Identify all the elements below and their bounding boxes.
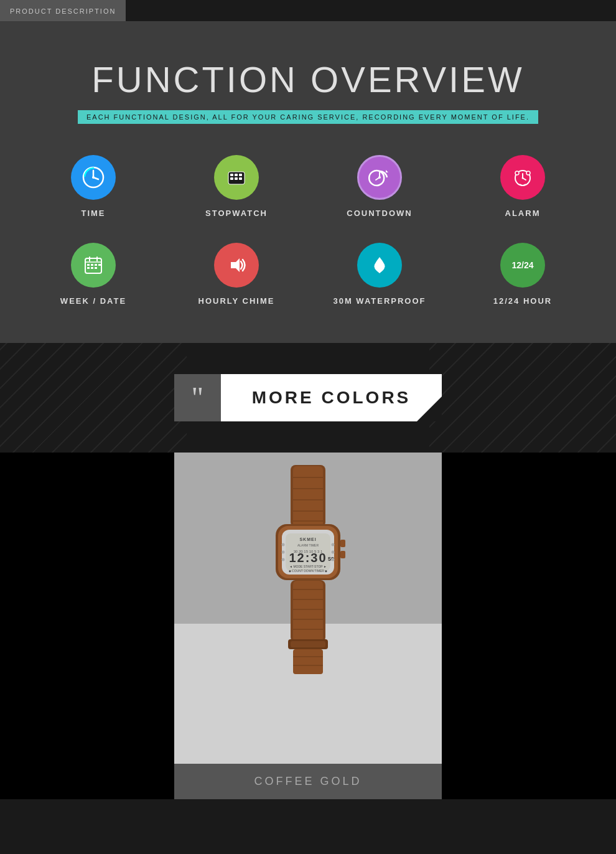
feature-countdown: COUNTDOWN	[314, 155, 445, 218]
alarm-label: ALARM	[505, 209, 541, 218]
svg-point-56	[332, 543, 335, 547]
feature-hourly-chime: HOURLY CHIME	[171, 243, 302, 306]
features-grid: TIME STOPWATCH	[28, 155, 588, 306]
watch-section: SKMEI ALARM TIMER 30 20 15 10 5 3 1 12:3…	[0, 453, 616, 799]
svg-point-54	[282, 551, 285, 554]
svg-marker-14	[386, 170, 388, 172]
svg-rect-60	[293, 581, 323, 642]
feature-waterproof: 30M WATERPROOF	[314, 243, 445, 306]
quote-char: "	[191, 383, 203, 413]
svg-rect-7	[239, 174, 242, 176]
watch-svg: SKMEI ALARM TIMER 30 20 15 10 5 3 1 12:3…	[240, 459, 376, 758]
svg-rect-5	[230, 174, 233, 176]
countdown-label: COUNTDOWN	[347, 209, 412, 218]
waterproof-label: 30M WATERPROOF	[333, 296, 426, 306]
feature-stopwatch: STOPWATCH	[171, 155, 302, 218]
hour-icon: 12/24	[500, 243, 545, 288]
hourly-chime-label: HOURLY CHIME	[198, 296, 275, 306]
feature-time: TIME	[28, 155, 159, 218]
week-date-label: WEEK / DATE	[60, 296, 126, 306]
svg-rect-10	[239, 177, 242, 180]
function-subtitle: EACH FUNCTIONAL DESIGN, ALL FOR YOUR CAR…	[78, 110, 538, 124]
more-colors-banner: " MORE COLORS	[174, 374, 442, 421]
svg-rect-27	[95, 264, 97, 266]
svg-point-55	[282, 558, 285, 561]
header-bar: PRODUCT DESCRIPTION	[0, 0, 126, 21]
svg-line-13	[376, 177, 380, 180]
hourly-chime-icon	[214, 243, 259, 288]
corner-cut	[417, 396, 442, 421]
svg-rect-28	[87, 267, 90, 269]
quote-box: "	[174, 374, 221, 421]
svg-rect-68	[293, 649, 323, 674]
feature-week-date: WEEK / DATE	[28, 243, 159, 306]
svg-rect-9	[235, 177, 238, 180]
svg-text:◄ MODE              START·STOP: ◄ MODE START·STOP ►	[289, 565, 327, 568]
hour-label: 12/24 HOUR	[493, 296, 552, 306]
watch-image-container: SKMEI ALARM TIMER 30 20 15 10 5 3 1 12:3…	[174, 453, 442, 764]
svg-rect-26	[91, 264, 93, 266]
svg-text:SKMEI: SKMEI	[299, 537, 316, 542]
waterproof-icon	[357, 243, 402, 288]
svg-rect-67	[291, 641, 325, 647]
svg-point-19	[515, 171, 519, 175]
svg-rect-34	[293, 466, 323, 527]
svg-text:◆ COUNT DOWN TIMER ◆: ◆ COUNT DOWN TIMER ◆	[289, 569, 328, 573]
svg-text:ALARM     TIMER: ALARM TIMER	[297, 543, 319, 547]
svg-rect-30	[95, 267, 97, 269]
svg-marker-32	[231, 258, 240, 272]
svg-text:12:30: 12:30	[289, 551, 327, 565]
svg-rect-42	[340, 540, 345, 547]
countdown-icon	[357, 155, 402, 200]
svg-point-20	[526, 171, 530, 175]
svg-rect-8	[230, 177, 233, 180]
header-title: PRODUCT DESCRIPTION	[10, 7, 116, 15]
watch-color-name: COFFEE GOLD	[254, 775, 362, 787]
svg-rect-29	[91, 267, 93, 269]
more-colors-text-box: MORE COLORS	[221, 374, 442, 421]
svg-rect-43	[340, 551, 345, 558]
svg-point-57	[332, 551, 335, 554]
stopwatch-label: STOPWATCH	[205, 209, 268, 218]
svg-line-3	[93, 177, 98, 179]
time-label: TIME	[81, 209, 105, 218]
alarm-icon	[500, 155, 545, 200]
function-title: FUNCTION OVERVIEW	[12, 59, 604, 100]
more-colors-label: MORE COLORS	[252, 388, 411, 408]
week-date-icon	[71, 243, 116, 288]
svg-rect-31	[98, 264, 101, 266]
svg-point-53	[282, 543, 285, 547]
time-icon	[71, 155, 116, 200]
svg-point-18	[522, 177, 524, 179]
watch-image-top: SKMEI ALARM TIMER 30 20 15 10 5 3 1 12:3…	[174, 453, 442, 764]
function-section: FUNCTION OVERVIEW EACH FUNCTIONAL DESIGN…	[0, 21, 616, 343]
more-colors-section: " MORE COLORS	[0, 343, 616, 453]
feature-hour: 12/24 12/24 HOUR	[457, 243, 588, 306]
svg-point-58	[332, 558, 335, 561]
svg-rect-25	[87, 264, 90, 266]
diagonal-lines-left	[0, 343, 187, 453]
watch-label-bar: COFFEE GOLD	[174, 764, 442, 799]
diagonal-lines-right	[429, 343, 616, 453]
stopwatch-icon	[214, 155, 259, 200]
feature-alarm: ALARM	[457, 155, 588, 218]
svg-rect-6	[235, 174, 238, 176]
